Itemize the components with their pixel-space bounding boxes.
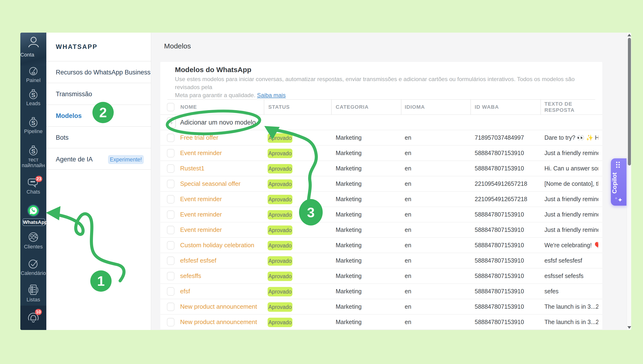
row-checkbox[interactable] [167,302,174,311]
sidebar-item-label: Conta [20,52,46,58]
cell-response-text: The launch is in 3...2... [544,299,598,314]
table-row: efsf Aprovado Marketing en 5888478071539… [160,284,602,299]
cell-waba-id: 2210954912657218 [475,192,527,206]
column-divider [331,99,332,115]
row-checkbox[interactable] [167,318,174,326]
column-divider [470,99,471,115]
menu-item-agente-ia[interactable]: Agente de IA Experimente! [46,148,151,170]
cell-response-text: Just a friendly reminde [544,222,598,237]
menu-item-label: Bots [56,127,68,148]
cell-waba-id: 588847807153910 [475,284,524,299]
cell-response-text: Just a friendly reminde [544,207,598,222]
row-checkbox[interactable] [167,195,174,204]
sidebar-item-calendario[interactable]: Calendário [20,258,46,276]
select-all-checkbox[interactable] [167,103,174,111]
template-name-link[interactable]: New product announcement [180,303,257,310]
cell-waba-id: 718957037484997 [475,130,524,145]
sidebar-item-label: тест пайплайн [20,157,46,168]
menu-item-transmissao[interactable]: Transmissão [46,83,151,104]
row-checkbox[interactable] [167,180,174,188]
vertical-scrollbar [626,32,631,330]
cell-language: en [405,314,411,330]
copilot-button[interactable]: Copilot ✧✦ [611,158,626,206]
money-icon: S [28,117,39,128]
row-checkbox[interactable] [167,164,174,173]
template-name-link[interactable]: Custom holiday celebration [180,242,254,249]
sidebar-item-label: Calendário [20,270,46,276]
primary-sidebar: Conta Painel S Leads S P [20,32,46,330]
template-name-link[interactable]: Rustest1 [180,165,204,172]
sidebar-item-conta[interactable]: Conta [20,32,46,66]
row-checkbox[interactable] [167,256,174,265]
cell-waba-id: 588847807153910 [475,268,524,284]
template-name-link[interactable]: efsfesf esfsef [180,257,216,264]
sidebar-item-listas[interactable]: Listas [20,284,46,302]
dashboard-icon [28,66,39,76]
cell-response-text: We're celebrating! 🎈 I [544,238,598,253]
sidebar-item-label: Listas [20,297,46,302]
table-row: New product announcement Aprovado Market… [160,314,602,330]
cell-language: en [405,146,411,160]
template-name-link[interactable]: sefesffs [180,272,201,280]
menu-item-label: Agente de IA [56,148,93,170]
template-name-link[interactable]: Free trial offer [180,134,218,141]
app-window: Conta Painel S Leads S P [20,32,631,330]
template-name-link[interactable]: Event reminder [180,226,222,234]
calendar-check-icon [28,258,39,270]
table-row: Event reminder Aprovado Marketing en 588… [160,207,602,222]
add-template-row[interactable]: + Adicionar um novo modelo [160,115,602,130]
row-checkbox[interactable] [167,241,174,250]
learn-more-link[interactable]: Saiba mais [257,92,286,98]
whatsapp-tooltip-label: WhatsApp [22,218,45,226]
user-icon [27,36,40,49]
table-row: sefesffs Aprovado Marketing en 588847807… [160,268,602,284]
add-template-label: Adicionar um novo modelo [180,115,256,130]
menu-item-bots[interactable]: Bots [46,126,151,148]
money-icon: S [28,89,39,100]
customers-icon [28,231,39,243]
cell-waba-id: 588847807153910 [475,222,524,237]
menu-item-modelos[interactable]: Modelos [46,104,151,126]
chats-unread-badge: 23 [36,176,42,182]
row-checkbox[interactable] [167,226,174,234]
sidebar-item-painel[interactable]: Painel [20,66,46,83]
cell-response-text: Hi. Can u answer some [544,161,598,176]
status-badge: Aprovado [268,318,292,327]
template-name-link[interactable]: Event reminder [180,150,222,157]
column-header-status: STATUS [268,99,290,115]
cell-category: Marketing [336,299,362,314]
templates-card: Modelos do WhatsApp Use estes modelos pa… [160,62,602,330]
row-checkbox[interactable] [167,210,174,219]
sidebar-item-whatsapp[interactable]: WhatsApp [20,204,46,218]
scroll-up-arrow[interactable] [628,34,631,36]
drag-dots-icon [616,162,621,168]
status-badge: Aprovado [268,164,292,174]
cell-waba-id: 2210954912657218 [475,176,527,191]
sidebar-item-clientes[interactable]: Clientes [20,231,46,250]
cell-category: Marketing [336,268,362,284]
scrollbar-thumb[interactable] [628,38,631,166]
menu-header: WHATSAPP [56,32,98,61]
sidebar-item-test-pipeline[interactable]: S тест пайплайн [20,145,46,168]
table-header-row: NOME STATUS CATEGORIA IDIOMA ID WABA TEX… [160,99,602,115]
template-name-link[interactable]: Special seasonal offer [180,180,240,188]
row-checkbox[interactable] [167,287,174,296]
sidebar-item-chats[interactable]: Chats 23 [20,176,46,195]
cell-response-text: Just a friendly reminde [544,192,598,206]
template-name-link[interactable]: Event reminder [180,196,222,203]
table-row: Rustest1 Aprovado Marketing en 588847807… [160,161,602,176]
column-header-categoria: CATEGORIA [336,99,368,115]
row-checkbox[interactable] [167,149,174,158]
scroll-down-arrow[interactable] [628,326,631,329]
cell-response-text: Just a friendly reminde [544,146,598,160]
template-name-link[interactable]: Event reminder [180,211,222,218]
notifications-button[interactable]: 10 [20,311,46,325]
menu-item-recursos[interactable]: Recursos do WhatsApp Business [46,61,151,83]
sidebar-item-leads[interactable]: S Leads [20,89,46,106]
template-name-link[interactable]: New product announcement [180,318,257,326]
row-checkbox[interactable] [167,134,174,142]
row-checkbox[interactable] [167,272,174,280]
template-name-link[interactable]: efsf [180,288,190,295]
table-body: Free trial offer Aprovado Marketing en 7… [160,130,602,330]
sidebar-item-pipeline[interactable]: S Pipeline [20,117,46,134]
